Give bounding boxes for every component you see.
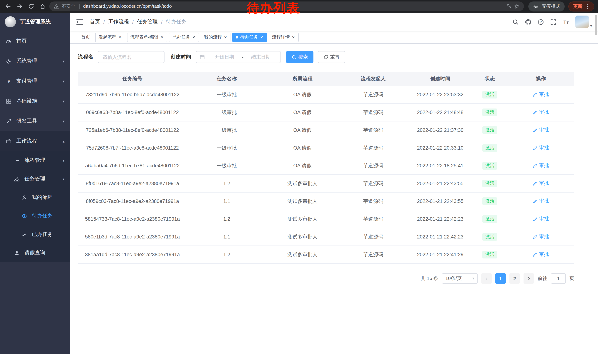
cell-id: 8f0d1619-7ac8-11ec-a9e2-a2380e71991a [78,181,187,186]
chevron-down-icon: ▾ [590,24,592,28]
update-button[interactable]: 更新 ⋮ [568,1,594,11]
cell-name: 1.1 [187,234,266,240]
browser-menu-icon[interactable]: ⋮ [585,3,590,9]
avatar [575,16,589,28]
sidebar-item-todo-tasks[interactable]: 待办任务 [0,207,70,225]
key-icon[interactable] [507,4,512,9]
close-icon[interactable]: × [291,35,295,40]
cell-action: 审批 [507,145,574,152]
column-header: 任务名称 [187,75,266,82]
page-button-2[interactable]: 2 [509,273,520,284]
column-header: 状态 [473,75,507,82]
cell-id: 73211d9d-7b9b-11ec-b5b7-acde48001122 [78,92,187,97]
url-text: dashboard.yudao.iocoder.cn/bpm/task/todo [83,4,172,9]
approve-link[interactable]: 审批 [533,91,549,98]
sidebar-item-label: 请假查询 [25,250,45,256]
cell-name: 一级审批 [187,109,266,116]
close-icon[interactable]: × [224,35,227,40]
user-menu[interactable]: ▾ [575,16,592,28]
tab-form-edit[interactable]: 流程表单-编辑× [127,32,167,42]
reload-icon[interactable] [28,3,34,9]
approve-link[interactable]: 审批 [533,109,549,116]
approve-link[interactable]: 审批 [533,251,549,258]
fullscreen-icon[interactable] [550,19,556,25]
sidebar-item-label: 系统管理 [16,58,37,65]
close-icon[interactable]: × [192,35,195,40]
sidebar-item-dev-tools[interactable]: 研发工具▾ [0,111,70,131]
sidebar-item-process-mgmt[interactable]: 流程管理▾ [0,151,70,170]
sidebar-item-label: 任务管理 [25,176,45,182]
app-window: 芋道管理系统 首页系统管理▾¥支付管理▾基础设施▾研发工具▾工作流程▴流程管理▾… [0,13,598,354]
page-button-1[interactable]: 1 [495,273,506,284]
prev-page-button[interactable] [481,273,492,284]
page-size-select[interactable]: 10条/页 ▾ [442,273,478,284]
sidebar-item-payment-mgmt[interactable]: ¥支付管理▾ [0,71,70,91]
tab-my-processes[interactable]: 我的流程× [201,32,231,42]
close-icon[interactable]: × [118,35,122,40]
browser-nav-group [5,3,46,9]
table-row: 8f059c03-7ac8-11ec-a9e2-a2380e71991a1.1测… [78,193,574,210]
cell-created: 2022-01-21 22:42:23 [408,234,472,240]
approve-link[interactable]: 审批 [533,180,549,187]
tab-process-detail[interactable]: 流程详情× [269,32,299,42]
sidebar-item-system-mgmt[interactable]: 系统管理▾ [0,51,70,71]
sidebar-toggle-icon[interactable] [76,19,83,25]
tab-initiate-process[interactable]: 发起流程× [95,32,125,42]
cell-name: 一级审批 [187,127,266,133]
approve-link[interactable]: 审批 [533,162,549,169]
sidebar-item-leave-query[interactable]: 请假查询 [0,244,70,262]
sidebar-item-home[interactable]: 首页 [0,31,70,51]
tab-home[interactable]: 首页 [78,32,93,42]
annotation-overlay: 待办列表 [247,1,300,14]
tab-done-tasks[interactable]: 已办任务× [169,32,199,42]
refresh-icon [324,55,328,59]
approve-link[interactable]: 审批 [533,198,549,205]
approve-link[interactable]: 审批 [533,234,549,240]
cell-id: 725a1eb6-7b88-11ec-8ef0-acde48001122 [78,127,187,133]
workflow-submenu: 流程管理▾任务管理▴我的流程待办任务已办任务请假查询 [0,151,70,262]
sidebar-item-my-processes[interactable]: 我的流程 [0,188,70,207]
sidebar: 芋道管理系统 首页系统管理▾¥支付管理▾基础设施▾研发工具▾工作流程▴流程管理▾… [0,13,70,354]
app-logo [5,16,16,27]
forward-icon[interactable] [17,3,23,9]
active-tab-dot [236,36,238,39]
help-icon[interactable]: ? [538,19,544,25]
cell-process: 测试多审批人 [266,198,339,205]
svg-text:T: T [567,21,569,24]
date-range-picker[interactable]: 开始日期 - 结束日期 [196,51,281,63]
approve-link[interactable]: 审批 [533,216,549,222]
sidebar-item-infrastructure[interactable]: 基础设施▾ [0,91,70,111]
process-name-input[interactable] [98,51,165,63]
chevron-down-icon: ▾ [472,276,474,281]
reset-button[interactable]: 重置 [318,51,345,63]
cell-name: 1.2 [187,216,266,222]
sidebar-item-done-tasks[interactable]: 已办任务 [0,225,70,244]
cell-id: 58154733-7ac8-11ec-a9e2-a2380e71991a [78,216,187,222]
breadcrumb-item[interactable]: 任务管理 [137,18,158,25]
github-icon[interactable] [525,19,531,25]
search-icon[interactable] [512,19,519,25]
app-brand[interactable]: 芋道管理系统 [0,13,70,31]
back-icon[interactable] [5,3,11,9]
approve-link[interactable]: 审批 [533,145,549,151]
next-page-button[interactable] [523,273,534,284]
search-icon [291,55,296,59]
scrollbar-thumb[interactable] [595,15,597,35]
sidebar-item-workflow[interactable]: 工作流程▴ [0,131,70,151]
breadcrumb-item[interactable]: 工作流程 [108,18,129,25]
home-icon[interactable] [40,3,46,9]
breadcrumb-item[interactable]: 首页 [90,18,100,25]
cell-status: 激活 [473,162,507,170]
cell-process: OA 请假 [266,162,339,169]
close-icon[interactable]: × [160,35,164,40]
close-icon[interactable]: × [260,35,263,40]
sidebar-item-task-mgmt[interactable]: 任务管理▴ [0,170,70,188]
bookmark-star-icon[interactable] [514,4,519,9]
tab-todo-tasks[interactable]: 待办任务× [233,32,267,42]
cell-process: OA 请假 [266,91,339,98]
search-button[interactable]: 搜索 [286,51,314,63]
font-size-icon[interactable]: TT [563,19,569,25]
goto-page-input[interactable] [551,273,566,284]
status-badge: 激活 [482,91,497,98]
approve-link[interactable]: 审批 [533,127,549,133]
